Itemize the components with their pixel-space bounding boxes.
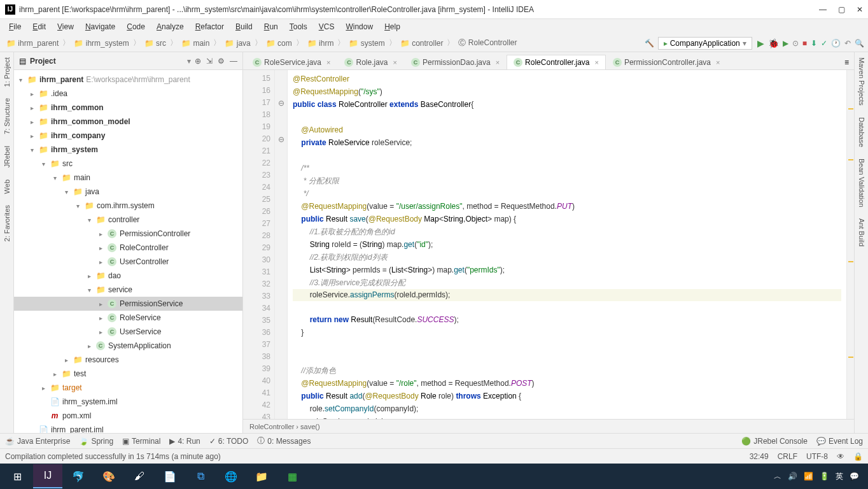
- tray-volume-icon[interactable]: 🔊: [788, 472, 797, 481]
- menu-tools[interactable]: Tools: [284, 21, 312, 32]
- breadcrumb-item[interactable]: 📁 controller: [400, 39, 444, 48]
- run-configuration-selector[interactable]: ▸ CompanyApplication ▾: [658, 37, 752, 50]
- file-encoding[interactable]: UTF-8: [806, 452, 828, 461]
- settings-icon[interactable]: ⚙: [218, 57, 225, 66]
- tree-node[interactable]: ▸CPermissionService: [14, 297, 242, 311]
- tree-node[interactable]: ▾📁com.ihrm.system: [14, 199, 242, 213]
- menu-refactor[interactable]: Refactor: [190, 21, 229, 32]
- tree-node[interactable]: ▸📁dao: [14, 269, 242, 283]
- menu-run[interactable]: Run: [259, 21, 283, 32]
- taskbar-intellij[interactable]: IJ: [33, 464, 62, 488]
- breadcrumb-item[interactable]: 📁 ihrm: [307, 39, 334, 48]
- run-tab[interactable]: ▶ 4: Run: [169, 437, 200, 446]
- code-editor[interactable]: @RestController @RequestMapping("/sys") …: [288, 70, 846, 419]
- breadcrumb-item[interactable]: 📁 main: [181, 39, 209, 48]
- menu-build[interactable]: Build: [230, 21, 258, 32]
- tree-node[interactable]: ▸📁ihrm_common_model: [14, 115, 242, 129]
- menu-window[interactable]: Window: [340, 21, 378, 32]
- coverage-button[interactable]: ▶: [783, 39, 788, 48]
- breadcrumb-item[interactable]: 📁 system: [349, 39, 384, 48]
- taskbar-explorer[interactable]: 📁: [247, 464, 276, 488]
- breadcrumb[interactable]: 📁 ihrm_parent〉📁 ihrm_system〉📁 src〉📁 main…: [4, 38, 520, 48]
- profile-button[interactable]: ⊙: [792, 39, 799, 48]
- tree-node[interactable]: ▸📁resources: [14, 353, 242, 367]
- tool-tab[interactable]: 1: Project: [2, 55, 12, 89]
- jrebel-console-tab[interactable]: 🟢 JRebel Console: [741, 437, 808, 446]
- terminal-tab[interactable]: ▣ Terminal: [122, 437, 160, 446]
- tree-node[interactable]: ▸CUserController: [14, 255, 242, 269]
- tray-notifications-icon[interactable]: 💬: [850, 472, 859, 481]
- breadcrumb-item[interactable]: 📁 ihrm_parent: [6, 39, 59, 48]
- start-button[interactable]: ⊞: [3, 464, 32, 488]
- menu-help[interactable]: Help: [379, 21, 405, 32]
- spring-tab[interactable]: 🍃 Spring: [79, 437, 113, 446]
- minimize-button[interactable]: —: [819, 5, 827, 14]
- tree-node[interactable]: ▾📁src: [14, 157, 242, 171]
- project-view-dropdown[interactable]: ▾: [187, 57, 191, 66]
- lock-indicator[interactable]: 🔒: [853, 452, 863, 461]
- editor-breadcrumb[interactable]: RoleController › save(): [243, 419, 854, 433]
- tree-node[interactable]: ▸CRoleController: [14, 241, 242, 255]
- breadcrumb-item[interactable]: 📁 src: [144, 39, 166, 48]
- menu-edit[interactable]: Edit: [27, 21, 51, 32]
- scroll-from-source-icon[interactable]: ⊕: [195, 57, 201, 66]
- taskbar-chrome[interactable]: 🌐: [216, 464, 246, 488]
- line-separator[interactable]: CRLF: [778, 452, 797, 461]
- tool-tab[interactable]: Ant Build: [857, 216, 867, 249]
- search-button[interactable]: 🔍: [855, 39, 864, 48]
- tree-node[interactable]: ▸CSystemApplication: [14, 339, 242, 353]
- close-button[interactable]: ✕: [857, 5, 863, 14]
- project-tree[interactable]: ▾📁ihrm_parentE:\workspace\hrm\ihrm_paren…: [14, 70, 242, 433]
- tool-tab[interactable]: 2: Favorites: [2, 202, 12, 244]
- tree-node[interactable]: ▸📁.idea: [14, 87, 242, 101]
- tree-node[interactable]: ▸📁ihrm_common: [14, 101, 242, 115]
- menu-file[interactable]: File: [4, 21, 26, 32]
- line-number-gutter[interactable]: 1516171819202122232425262728293031323334…: [243, 70, 275, 419]
- tree-root[interactable]: ▾📁ihrm_parentE:\workspace\hrm\ihrm_paren…: [14, 73, 242, 87]
- tray-battery-icon[interactable]: 🔋: [820, 472, 829, 481]
- tree-node[interactable]: ▸CUserService: [14, 325, 242, 339]
- build-icon[interactable]: 🔨: [645, 39, 654, 48]
- breadcrumb-item[interactable]: 📁 java: [225, 39, 250, 48]
- editor-tab[interactable]: CRoleService.java×: [246, 55, 337, 69]
- run-button[interactable]: ▶: [757, 38, 764, 48]
- stop-button[interactable]: ■: [802, 39, 807, 48]
- menu-view[interactable]: View: [52, 21, 79, 32]
- tool-tab[interactable]: Maven Projects: [857, 55, 867, 108]
- debug-button[interactable]: 🐞: [768, 38, 779, 48]
- tree-node[interactable]: ▸📁test: [14, 367, 242, 381]
- tree-node[interactable]: ▸📁target: [14, 381, 242, 395]
- menu-analyze[interactable]: Analyze: [151, 21, 189, 32]
- vcs-commit-button[interactable]: ✓: [821, 39, 827, 48]
- tree-node[interactable]: 📄ihrm_parent.iml: [14, 423, 242, 433]
- tree-node[interactable]: ▸📁ihrm_company: [14, 129, 242, 143]
- tray-chevron-icon[interactable]: ︿: [774, 471, 781, 482]
- vcs-history-button[interactable]: 🕐: [831, 39, 841, 48]
- tool-tab[interactable]: 7: Structure: [2, 96, 12, 137]
- breadcrumb-item[interactable]: 📁 com: [266, 39, 292, 48]
- inspection-indicator[interactable]: 👁: [837, 452, 844, 461]
- messages-tab[interactable]: ⓘ 0: Messages: [257, 436, 311, 446]
- tool-tab[interactable]: Web: [2, 177, 12, 196]
- tool-tab[interactable]: JRebel: [2, 143, 12, 170]
- tree-node[interactable]: ▸CPermissionController: [14, 227, 242, 241]
- taskbar-app-2[interactable]: 🎨: [94, 464, 123, 488]
- tool-tab[interactable]: Bean Validation: [857, 156, 867, 209]
- taskbar-app-6[interactable]: ▦: [277, 464, 307, 488]
- tree-node[interactable]: ▾📁ihrm_system: [14, 143, 242, 157]
- taskbar-app-1[interactable]: 🐬: [64, 464, 93, 488]
- vcs-update-button[interactable]: ⬇: [811, 39, 817, 48]
- vcs-revert-button[interactable]: ↶: [844, 39, 851, 48]
- tray-ime[interactable]: 英: [836, 471, 843, 482]
- editor-tab[interactable]: CRoleController.java×: [507, 55, 606, 69]
- hide-icon[interactable]: —: [230, 57, 237, 66]
- editor-tab[interactable]: CPermissionDao.java×: [404, 55, 507, 69]
- tree-node[interactable]: ▾📁service: [14, 283, 242, 297]
- tree-node[interactable]: 📄ihrm_system.iml: [14, 395, 242, 409]
- collapse-all-icon[interactable]: ⇲: [206, 57, 213, 66]
- todo-tab[interactable]: ✓ 6: TODO: [209, 437, 249, 446]
- gutter-icons[interactable]: ⊖⊖: [275, 70, 288, 419]
- cursor-position[interactable]: 32:49: [750, 452, 769, 461]
- breadcrumb-item[interactable]: 📁 ihrm_system: [74, 39, 129, 48]
- tree-node[interactable]: ▾📁controller: [14, 213, 242, 227]
